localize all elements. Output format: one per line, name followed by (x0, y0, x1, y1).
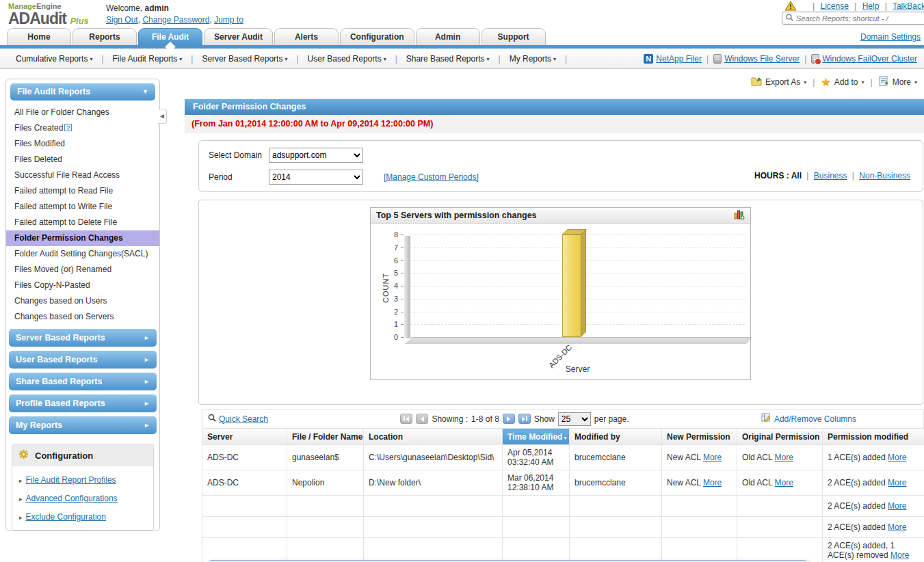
sidebar-item-failed-attempt-to-read-file[interactable]: Failed attempt to Read File (6, 183, 159, 199)
period-select[interactable]: 2014 (269, 170, 363, 185)
sidebar-item-folder-permission-changes[interactable]: Folder Permission Changes (6, 230, 159, 246)
tab-reports[interactable]: Reports (72, 28, 137, 45)
config-link-exclude-configuration[interactable]: ▸Exclude Configuration (19, 512, 146, 522)
more-link[interactable]: More (775, 478, 793, 487)
column-header-location[interactable]: Location (364, 429, 503, 445)
hours-business-link[interactable]: Business (814, 171, 847, 180)
jump-to-link[interactable]: Jump to (214, 15, 243, 25)
tab-server-audit[interactable]: Server Audit (204, 28, 273, 45)
sidebar-item-changes-based-on-servers[interactable]: Changes based on Servers (6, 309, 159, 325)
menu-item-file-audit-reports[interactable]: File Audit Reports▾ (104, 54, 192, 64)
period-filter-row: Period 2014 [Manage Custom Periods] (209, 170, 479, 185)
sidebar-section-profile-based-reports[interactable]: Profile Based Reports► (9, 394, 157, 412)
quick-search[interactable]: Quick Search (208, 414, 268, 424)
more-link[interactable]: More (888, 501, 906, 511)
quick-search-link[interactable]: Quick Search (219, 414, 268, 424)
change-password-link[interactable]: Change Password (142, 15, 209, 25)
search-input[interactable] (796, 14, 924, 23)
page-size-select[interactable]: 25 (558, 412, 591, 426)
config-anchor-exclude-configuration[interactable]: Exclude Configuration (26, 512, 106, 522)
sign-out-link[interactable]: Sign Out (106, 15, 138, 25)
domain-settings-link[interactable]: Domain Settings (860, 32, 921, 42)
menu-item-windows-failover-cluster[interactable]: Windows FailOver Cluster (811, 54, 917, 64)
menu-item-share-based-reports[interactable]: Share Based Reports▾ (397, 54, 499, 64)
chart-type-icon[interactable] (734, 209, 745, 222)
pager-next-button[interactable] (503, 414, 515, 424)
column-header-time-modified[interactable]: Time Modified▾ (503, 429, 570, 445)
column-header-new-permission[interactable]: New Permission (662, 429, 737, 445)
column-header-original-permission[interactable]: Original Permission (737, 429, 823, 445)
results-table: ServerFile / Folder NameLocationTime Mod… (202, 428, 924, 562)
pager-first-button[interactable] (400, 414, 412, 424)
sidebar-item-files-deleted[interactable]: Files Deleted (6, 152, 159, 168)
warning-icon[interactable] (784, 1, 797, 11)
menu-item-netapp-filer[interactable]: NNetApp Filer (644, 54, 702, 64)
sidebar-item-files-modified[interactable]: Files Modified (6, 136, 159, 152)
more-link[interactable]: More (888, 478, 906, 487)
export-as-button[interactable]: Export As ▾ (751, 76, 806, 88)
menu-link-netapp-filer[interactable]: NetApp Filer (656, 54, 702, 64)
config-anchor-advanced-configurations[interactable]: Advanced Configurations (26, 494, 118, 503)
tab-alerts[interactable]: Alerts (274, 28, 339, 45)
talkback-link[interactable]: TalkBack (893, 1, 924, 11)
add-remove-columns-link[interactable]: Add/Remove Columns (774, 414, 856, 424)
menu-item-cumulative-reports[interactable]: Cumulative Reports▾ (7, 54, 101, 64)
chevron-right-icon: ► (144, 394, 150, 412)
more-link[interactable]: More (888, 453, 906, 462)
column-header-file-folder-name[interactable]: File / Folder Name (287, 429, 364, 445)
sidebar-item-files-moved-or-renamed[interactable]: Files Moved (or) Renamed (6, 262, 159, 278)
add-to-button[interactable]: ★ Add to ▾ (821, 77, 864, 87)
pager-previous-button[interactable] (416, 414, 428, 424)
sidebar-header-file-audit-reports[interactable]: File Audit Reports ▼ (10, 83, 155, 101)
menu-item-windows-file-server[interactable]: Windows File Server (713, 54, 800, 64)
more-button[interactable]: More ▾ (879, 76, 917, 88)
sidebar-section-share-based-reports[interactable]: Share Based Reports► (9, 373, 157, 390)
more-link[interactable]: More (703, 453, 722, 462)
sidebar-section-user-based-reports[interactable]: User Based Reports► (9, 351, 157, 369)
sidebar-item-changes-based-on-users[interactable]: Changes based on Users (6, 293, 159, 309)
config-link-file-audit-report-profiles[interactable]: ▸File Audit Report Profiles (19, 475, 146, 485)
more-link[interactable]: More (703, 478, 722, 487)
separator: | (707, 54, 709, 64)
help-link[interactable]: Help (862, 1, 880, 11)
sidebar-item-folder-audit-setting-changes-sacl[interactable]: Folder Audit Setting Changes(SACL) (6, 246, 159, 262)
help-icon[interactable]: ? (64, 124, 72, 131)
tab-home[interactable]: Home (7, 28, 71, 45)
sidebar-item-files-created[interactable]: Files Created? (6, 120, 159, 136)
more-link[interactable]: More (890, 550, 909, 560)
column-header-permission-modified[interactable]: Permission modified (823, 429, 924, 445)
tab-file-audit[interactable]: File Audit (138, 28, 202, 45)
sidebar-section-server-based-reports[interactable]: Server Based Reports► (9, 329, 157, 347)
menu-link-windows-file-server[interactable]: Windows File Server (724, 54, 800, 64)
tab-support[interactable]: Support (481, 28, 546, 45)
more-link[interactable]: More (775, 453, 793, 462)
menu-item-my-reports[interactable]: My Reports▾ (501, 54, 565, 64)
tab-configuration[interactable]: Configuration (340, 28, 414, 45)
column-header-server[interactable]: Server (202, 429, 287, 445)
sidebar-section-my-reports[interactable]: My Reports► (9, 416, 157, 434)
column-header-modified-by[interactable]: Modified by (570, 429, 662, 445)
manage-custom-periods-link[interactable]: [Manage Custom Periods] (384, 172, 479, 182)
sidebar-item-files-copy-n-pasted[interactable]: Files Copy-N-Pasted (6, 278, 159, 293)
tab-admin[interactable]: Admin (416, 28, 480, 45)
windows-file-server-icon (713, 54, 722, 64)
pager-last-button[interactable] (518, 414, 531, 424)
chart-bar-ads-dc[interactable] (562, 235, 581, 337)
sidebar-item-all-file-or-folder-changes[interactable]: All File or Folder Changes (6, 105, 159, 120)
y-tick-label: 7 (384, 243, 398, 252)
sidebar-item-failed-attempt-to-delete-file[interactable]: Failed attempt to Delete File (6, 215, 159, 230)
license-link[interactable]: License (820, 1, 848, 11)
config-anchor-file-audit-report-profiles[interactable]: File Audit Report Profiles (26, 475, 116, 485)
sidebar-item-successful-file-read-access[interactable]: Successful File Read Access (6, 168, 159, 183)
menu-item-user-based-reports[interactable]: User Based Reports▾ (299, 54, 395, 64)
sidebar-item-failed-attempt-to-write-file[interactable]: Failed attempt to Write File (6, 199, 159, 215)
sidebar-collapse-handle[interactable]: ◄ (158, 109, 167, 124)
cell-permission_modified-value: 1 ACE(s) added (828, 453, 888, 462)
domain-select[interactable]: adsupport.com (269, 148, 363, 163)
more-link[interactable]: More (888, 522, 906, 532)
menu-item-server-based-reports[interactable]: Server Based Reports▾ (193, 54, 296, 64)
menu-link-windows-failover-cluster[interactable]: Windows FailOver Cluster (822, 54, 917, 64)
config-link-advanced-configurations[interactable]: ▸Advanced Configurations (19, 494, 146, 503)
hours-non-business-link[interactable]: Non-Business (859, 171, 910, 180)
add-remove-columns[interactable]: Add/Remove Columns (761, 413, 856, 425)
